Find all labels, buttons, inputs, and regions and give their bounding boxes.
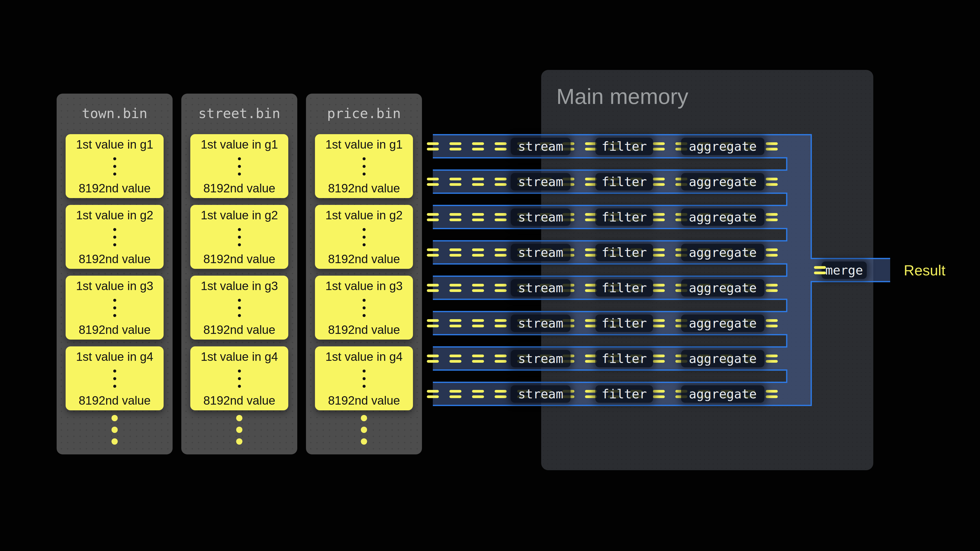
group-last-value-label: 8192nd value [204,252,275,265]
data-chunk-icon [427,178,439,186]
group-ellipsis [238,228,241,246]
file-panel: street.bin1st value in g18192nd value1st… [181,94,297,454]
data-chunk-icon [427,319,439,327]
group-first-value-label: 1st value in g2 [200,209,278,222]
data-chunk-icon [495,213,507,221]
stage-box-aggregate: aggregate [681,244,764,261]
data-chunk-icon [495,178,507,186]
more-groups-ellipsis [111,415,118,445]
stage-box-stream: stream [511,350,571,367]
data-chunk-icon [653,354,665,363]
file-name-label: price.bin [306,106,422,121]
ellipsis-dot-icon [113,385,116,388]
ellipsis-dot-icon [363,236,366,239]
ellipsis-dot-icon [238,314,241,317]
data-chunk-icon [766,178,778,186]
ellipsis-dot-icon [238,157,241,160]
ellipsis-dot-icon [113,173,116,176]
group-ellipsis [363,157,366,176]
data-chunk-icon [472,390,484,398]
stage-box-aggregate: aggregate [681,350,764,367]
stage-box-filter: filter [595,208,653,226]
group-last-value-label: 8192nd value [79,182,151,195]
group-last-value-label: 8192nd value [328,323,400,336]
ellipsis-dot-icon [113,377,116,380]
data-chunk-icon [427,248,439,257]
merge-operator-box: merge [822,262,867,279]
value-group-box: 1st value in g38192nd value [315,276,413,340]
group-ellipsis [363,228,366,246]
stage-box-aggregate: aggregate [681,173,764,191]
group-ellipsis [113,157,116,176]
ellipsis-dot-icon [113,243,116,246]
data-chunk-icon [653,178,665,186]
ellipsis-dot-icon [363,243,366,246]
more-groups-ellipsis [236,415,243,445]
value-group-box: 1st value in g48192nd value [315,346,413,410]
data-chunk-icon [449,142,461,151]
ellipsis-dot-icon [361,427,367,433]
stage-box-filter: filter [595,385,653,403]
ellipsis-dot-icon [113,314,116,317]
file-panel: price.bin1st value in g18192nd value1st … [306,94,422,454]
ellipsis-dot-icon [363,157,366,160]
data-chunk-icon [766,284,778,292]
value-group-box: 1st value in g18192nd value [190,134,288,198]
group-first-value-label: 1st value in g1 [76,138,153,151]
stage-box-stream: stream [511,314,571,332]
data-chunk-icon [766,390,778,398]
ellipsis-dot-icon [238,228,241,231]
stage-box-aggregate: aggregate [681,279,764,297]
data-chunk-icon [449,178,461,186]
stage-box-aggregate: aggregate [681,138,764,155]
ellipsis-dot-icon [238,243,241,246]
ellipsis-dot-icon [238,385,241,388]
data-chunk-icon [427,213,439,221]
group-ellipsis [238,299,241,317]
file-panel: town.bin1st value in g18192nd value1st v… [57,94,173,454]
stage-box-filter: filter [595,244,653,261]
stage-box-stream: stream [511,208,571,226]
group-first-value-label: 1st value in g2 [76,209,153,222]
ellipsis-dot-icon [113,370,116,373]
group-first-value-label: 1st value in g4 [200,350,278,363]
ellipsis-dot-icon [111,427,118,433]
ellipsis-dot-icon [363,299,366,302]
ellipsis-dot-icon [238,370,241,373]
group-ellipsis [113,370,116,388]
ellipsis-dot-icon [113,157,116,160]
ellipsis-dot-icon [236,415,243,421]
group-last-value-label: 8192nd value [328,394,400,407]
group-first-value-label: 1st value in g4 [76,350,153,363]
data-chunk-icon [495,390,507,398]
value-group-box: 1st value in g38192nd value [65,276,164,340]
data-chunk-icon [449,319,461,327]
stage-box-filter: filter [595,138,653,155]
group-last-value-label: 8192nd value [328,182,400,195]
group-last-value-label: 8192nd value [79,323,151,336]
data-chunk-icon [472,284,484,292]
data-chunk-icon [472,319,484,327]
merge-bar: merge [811,259,890,282]
group-first-value-label: 1st value in g3 [325,279,402,292]
pipeline-row: streamfilteraggregate [433,170,811,193]
group-first-value-label: 1st value in g3 [200,279,278,292]
data-chunk-icon [427,354,439,363]
data-chunk-icon [472,354,484,363]
group-ellipsis [113,299,116,317]
diagram-canvas: town.bin1st value in g18192nd value1st v… [0,0,980,551]
stage-box-aggregate: aggregate [681,314,764,332]
data-chunk-icon [766,142,778,151]
data-chunk-icon [472,178,484,186]
data-chunk-icon [814,266,826,274]
group-last-value-label: 8192nd value [204,394,275,407]
ellipsis-dot-icon [363,377,366,380]
ellipsis-dot-icon [238,377,241,380]
group-last-value-label: 8192nd value [328,252,400,265]
stage-box-aggregate: aggregate [681,208,764,226]
data-chunk-icon [427,142,439,151]
group-last-value-label: 8192nd value [204,323,275,336]
stage-box-stream: stream [511,138,571,155]
ellipsis-dot-icon [238,173,241,176]
group-last-value-label: 8192nd value [79,394,151,407]
